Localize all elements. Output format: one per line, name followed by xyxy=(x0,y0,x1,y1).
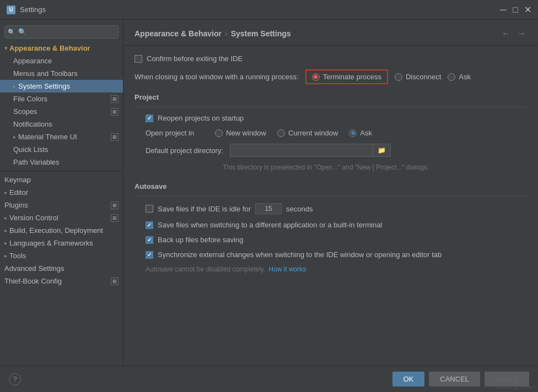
ask-open-radio[interactable] xyxy=(349,129,357,137)
sidebar-item-plugins[interactable]: Plugins ⊞ xyxy=(0,199,123,211)
autosave-note-row: Autosave cannot be disabled completely. … xyxy=(146,265,527,273)
reopen-projects-checkbox[interactable] xyxy=(146,115,153,122)
sidebar-label-path-variables: Path Variables xyxy=(13,158,60,166)
confirm-exit-row: Confirm before exiting the IDE xyxy=(134,55,527,63)
save-idle-seconds-input[interactable] xyxy=(255,203,282,214)
nav-buttons: ← → xyxy=(501,28,527,40)
sync-external-checkbox[interactable] xyxy=(146,251,153,259)
help-button[interactable]: ? xyxy=(9,373,21,385)
sidebar-item-menus-toolbars[interactable]: Menus and Toolbars xyxy=(0,67,123,80)
sidebar-item-tools[interactable]: ▸ Tools xyxy=(0,249,123,262)
sidebar-item-keymap[interactable]: Keymap xyxy=(0,173,123,186)
expand-icon-tools: ▸ xyxy=(4,253,7,259)
content-area: Appearance & Behavior › System Settings … xyxy=(123,20,538,366)
sidebar-item-material-theme-ui[interactable]: ▸ Material Theme UI ⊞ xyxy=(0,130,123,143)
sidebar-item-path-variables[interactable]: Path Variables xyxy=(0,156,123,168)
maximize-button[interactable]: □ xyxy=(512,6,519,14)
dir-input[interactable] xyxy=(230,144,373,157)
sidebar-item-system-settings[interactable]: ▸ System Settings xyxy=(0,80,123,92)
expand-icon-material: ▸ xyxy=(13,134,16,140)
sidebar-item-editor[interactable]: ▸ Editor xyxy=(0,186,123,199)
sidebar-item-appearance-behavior[interactable]: ▾ Appearance & Behavior xyxy=(0,42,123,55)
sync-external-text: Synchronize external changes when switch… xyxy=(158,251,442,259)
forward-button[interactable]: → xyxy=(516,28,527,40)
autosave-divider xyxy=(134,196,527,197)
cancel-button[interactable]: CANCEL xyxy=(429,372,480,386)
minimize-button[interactable]: ─ xyxy=(499,6,507,14)
scopes-badge: ⊞ xyxy=(111,108,119,116)
sidebar-label-notifications: Notifications xyxy=(13,120,52,128)
bottom-bar: ? OK CANCEL APPLY xyxy=(0,366,538,392)
sidebar-item-build-exec-deploy[interactable]: ▸ Build, Execution, Deployment xyxy=(0,224,123,237)
current-window-option[interactable]: Current window xyxy=(277,129,338,137)
backup-checkbox[interactable] xyxy=(146,236,153,244)
sidebar-label-file-colors: File Colors xyxy=(13,95,47,103)
sidebar-label-editor: Editor xyxy=(9,188,28,197)
sidebar-label-keymap: Keymap xyxy=(4,176,31,184)
tool-window-label: When closing a tool window with a runnin… xyxy=(134,73,299,81)
current-window-label: Current window xyxy=(288,129,338,137)
ask-option[interactable]: Ask xyxy=(448,73,471,81)
save-idle-unit: seconds xyxy=(286,205,313,213)
disconnect-radio[interactable] xyxy=(395,73,402,81)
dir-browse-button[interactable]: 📁 xyxy=(373,144,391,157)
confirm-exit-checkbox[interactable] xyxy=(134,55,142,63)
watermark: CSDN @Flora.~ xyxy=(496,384,536,390)
reopen-projects-label[interactable]: Reopen projects on startup xyxy=(146,114,244,122)
new-window-radio[interactable] xyxy=(215,129,223,137)
confirm-exit-label[interactable]: Confirm before exiting the IDE xyxy=(134,55,243,63)
expand-icon-lang: ▸ xyxy=(4,240,7,246)
search-input[interactable] xyxy=(4,25,119,39)
disconnect-option[interactable]: Disconnect xyxy=(395,73,441,81)
breadcrumb: Appearance & Behavior › System Settings xyxy=(134,29,291,38)
new-window-label: New window xyxy=(226,129,266,137)
project-section-title: Project xyxy=(134,93,527,101)
backup-label[interactable]: Back up files before saving xyxy=(146,236,243,244)
save-switch-text: Save files when switching to a different… xyxy=(158,221,382,229)
sync-external-row: Synchronize external changes when switch… xyxy=(146,251,527,259)
sync-external-label[interactable]: Synchronize external changes when switch… xyxy=(146,251,442,259)
sidebar-item-version-control[interactable]: ▸ Version Control ⊞ xyxy=(0,211,123,224)
back-button[interactable]: ← xyxy=(501,28,512,40)
dir-input-wrap: 📁 xyxy=(230,144,391,157)
sidebar-label-appearance: Appearance xyxy=(13,57,52,65)
sidebar-label-advanced: Advanced Settings xyxy=(4,264,64,273)
sidebar-label-languages: Languages & Frameworks xyxy=(9,239,93,247)
ok-button[interactable]: OK xyxy=(392,372,425,386)
terminate-radio[interactable] xyxy=(312,73,320,81)
sidebar-label-appearance-behavior: Appearance & Behavior xyxy=(9,44,90,52)
expand-icon-build: ▸ xyxy=(4,227,7,233)
sidebar-item-appearance[interactable]: Appearance xyxy=(0,55,123,67)
window-title: Settings xyxy=(20,6,499,14)
new-window-option[interactable]: New window xyxy=(215,129,266,137)
sidebar-item-file-colors[interactable]: File Colors ⊞ xyxy=(0,92,123,105)
sidebar-item-languages-frameworks[interactable]: ▸ Languages & Frameworks xyxy=(0,237,123,249)
ask-open-option[interactable]: Ask xyxy=(349,129,372,137)
sidebar-item-advanced-settings[interactable]: Advanced Settings xyxy=(0,262,123,275)
ask-radio[interactable] xyxy=(448,73,455,81)
app-icon: U xyxy=(7,6,15,14)
sidebar-item-scopes[interactable]: Scopes ⊞ xyxy=(0,105,123,118)
open-project-in-row: Open project in New window Current windo… xyxy=(146,129,527,137)
breadcrumb-current: System Settings xyxy=(231,29,291,38)
tool-window-row: When closing a tool window with a runnin… xyxy=(134,69,527,84)
sidebar-item-notifications[interactable]: Notifications xyxy=(0,118,123,130)
sidebar-item-quick-lists[interactable]: Quick Lists xyxy=(0,143,123,156)
sidebar-section-appearance: ▾ Appearance & Behavior Appearance Menus… xyxy=(0,42,123,168)
save-idle-text: Save files if the IDE is idle for xyxy=(158,205,251,213)
sidebar-label-material-theme: Material Theme UI xyxy=(18,133,77,141)
sidebar-label-build: Build, Execution, Deployment xyxy=(9,226,103,235)
close-button[interactable]: ✕ xyxy=(524,6,531,14)
terminate-label: Terminate process xyxy=(323,73,381,81)
material-badge: ⊞ xyxy=(111,133,119,141)
dir-hint: This directory is preselected in "Open..… xyxy=(223,164,527,171)
sidebar-item-thief-book-config[interactable]: Thief-Book Config ⊞ xyxy=(0,275,123,287)
save-idle-checkbox[interactable] xyxy=(146,205,153,213)
how-it-works-link[interactable]: How it works xyxy=(268,265,306,273)
current-window-radio[interactable] xyxy=(277,129,285,137)
save-idle-label[interactable]: Save files if the IDE is idle for second… xyxy=(146,203,313,214)
terminate-process-option[interactable]: Terminate process xyxy=(305,69,388,84)
save-switch-label[interactable]: Save files when switching to a different… xyxy=(146,221,382,229)
search-icon: 🔍 xyxy=(8,29,15,36)
save-switch-checkbox[interactable] xyxy=(146,221,153,229)
